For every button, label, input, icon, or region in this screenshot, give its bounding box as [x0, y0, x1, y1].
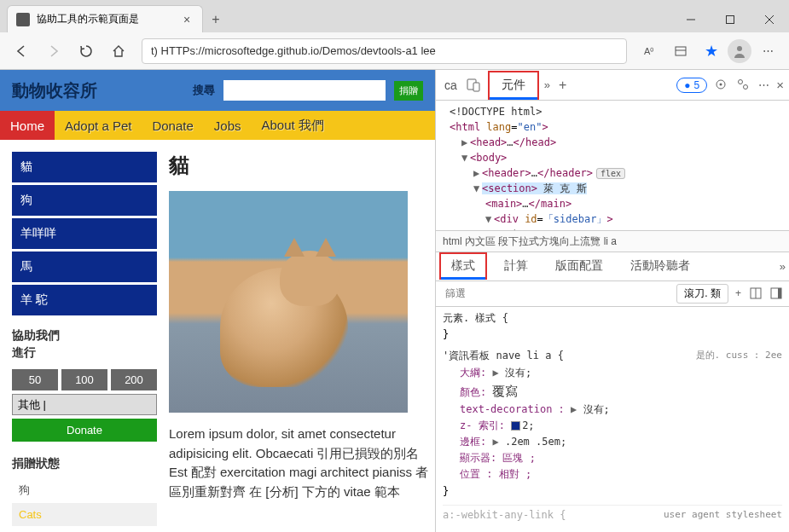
- svg-point-13: [744, 84, 748, 89]
- nav-adopt[interactable]: Adopt a Pet: [55, 111, 142, 140]
- sidebar-link-dogs[interactable]: 狗: [12, 185, 157, 216]
- devtools-close-icon[interactable]: ×: [776, 78, 784, 92]
- refresh-button[interactable]: [72, 37, 101, 66]
- tab-listeners[interactable]: 活動聆聽者: [620, 254, 700, 278]
- search-input[interactable]: [223, 80, 386, 101]
- amount-200[interactable]: 200: [111, 369, 157, 390]
- tab-layout[interactable]: 版面配置: [545, 254, 613, 278]
- toggle-sidebar-icon[interactable]: [770, 287, 782, 299]
- tab-favicon: [16, 13, 30, 26]
- donate-button-small[interactable]: 捐贈: [394, 81, 423, 101]
- styles-filter-bar: 滾刀. 類 +: [436, 281, 789, 307]
- browser-tab[interactable]: 協助工具的示範頁面是 ×: [7, 5, 203, 32]
- devtools-tabs: ca 元件 » + ● 5 ⋯ ×: [436, 70, 789, 101]
- nav-home[interactable]: Home: [0, 111, 55, 140]
- sidebar-link-sheep[interactable]: 羊咩咩: [12, 218, 157, 249]
- close-window-button[interactable]: [750, 7, 789, 32]
- styles-pane[interactable]: 元素. 樣式 {} 是的. cuss : 2ee '資訊看板 nave li a…: [436, 307, 789, 532]
- page-sidebar: 貓 狗 羊咩咩 馬 羊 駝 協助我們 進行 50 100 200 Donate …: [12, 152, 157, 526]
- favorite-star-icon[interactable]: ★: [697, 37, 726, 66]
- back-button[interactable]: [7, 37, 36, 66]
- main-text: Lorem ipsum dolor, sit amet consectetur …: [169, 425, 432, 501]
- tab-close-icon[interactable]: ×: [180, 13, 194, 26]
- sidebar-link-cats[interactable]: 貓: [12, 152, 157, 182]
- help-heading: 協助我們 進行: [12, 327, 157, 361]
- nav-donate[interactable]: Donate: [142, 111, 203, 140]
- svg-rect-5: [676, 47, 686, 55]
- read-aloud-icon[interactable]: A⁰: [635, 37, 664, 66]
- sidebar-link-horse[interactable]: 馬: [12, 252, 157, 282]
- nav-about[interactable]: About 我們: [251, 111, 334, 140]
- page-title: 貓: [169, 152, 432, 179]
- hover-toggle[interactable]: 滾刀. 類: [676, 284, 728, 304]
- profile-avatar[interactable]: [728, 39, 751, 63]
- svg-point-11: [720, 83, 722, 85]
- amount-other-input[interactable]: [12, 394, 157, 415]
- home-button[interactable]: [104, 37, 133, 66]
- forward-button[interactable]: [39, 37, 68, 66]
- issues-badge[interactable]: ● 5: [676, 78, 707, 93]
- new-rule-icon[interactable]: +: [735, 287, 741, 299]
- devtools-more-icon[interactable]: ⋯: [758, 78, 769, 91]
- new-tab-button[interactable]: +: [203, 7, 229, 32]
- customize-icon[interactable]: [736, 78, 751, 93]
- breadcrumb[interactable]: html 內文區 段下拉式方塊向上流覽 li a: [436, 230, 789, 252]
- svg-rect-1: [727, 16, 734, 24]
- tab-styles[interactable]: 樣式: [439, 252, 487, 280]
- donation-status-heading: 捐贈狀態: [12, 455, 157, 472]
- devtools-panel: ca 元件 » + ● 5 ⋯ × <!DOCTYPE html> <html …: [435, 70, 789, 532]
- styles-overflow-icon[interactable]: »: [780, 260, 786, 273]
- url-bar[interactable]: t) HTTPs://microsoftedge.github.io/Demos…: [142, 38, 627, 64]
- search-label: 搜尋: [193, 83, 215, 98]
- svg-point-7: [737, 46, 742, 51]
- sidebar-link-alpaca[interactable]: 羊 駝: [12, 285, 157, 315]
- main-nav: Home Adopt a Pet Donate Jobs About 我們: [0, 111, 435, 140]
- collections-icon[interactable]: [666, 37, 695, 66]
- dom-tree[interactable]: <!DOCTYPE html> <html lang="en"> ▶<head>…: [436, 101, 789, 230]
- main-column: 貓 Lorem ipsum dolor, sit amet consectetu…: [169, 152, 432, 526]
- nav-jobs[interactable]: Jobs: [204, 111, 252, 140]
- page-viewport: 動物收容所 搜尋 捐贈 Home Adopt a Pet Donate Jobs…: [0, 70, 435, 532]
- svg-point-12: [739, 79, 743, 84]
- page-header: 動物收容所 搜尋 捐贈: [0, 70, 435, 111]
- site-logo: 動物收容所: [12, 79, 97, 102]
- tab-elements[interactable]: 元件: [488, 71, 539, 100]
- url-text: t) HTTPs://microsoftedge.github.io/Demos…: [151, 44, 436, 57]
- tab-computed[interactable]: 計算: [494, 254, 538, 278]
- donate-button-large[interactable]: Donate: [12, 419, 157, 442]
- tabs-overflow-icon[interactable]: »: [544, 78, 550, 91]
- svg-rect-9: [473, 83, 479, 91]
- styles-tabs: 樣式 計算 版面配置 活動聆聽者 »: [436, 252, 789, 281]
- toolbar: t) HTTPs://microsoftedge.github.io/Demos…: [0, 32, 789, 70]
- titlebar: 協助工具的示範頁面是 × +: [0, 0, 789, 32]
- window-controls: [671, 7, 789, 32]
- device-toggle-icon[interactable]: [466, 77, 483, 94]
- add-tab-icon[interactable]: +: [555, 78, 570, 93]
- more-menu-icon[interactable]: ⋯: [753, 37, 782, 66]
- settings-gear-icon[interactable]: [714, 78, 729, 93]
- minimize-button[interactable]: [671, 7, 711, 32]
- maximize-button[interactable]: [711, 7, 750, 32]
- flexbox-editor-icon[interactable]: [750, 287, 762, 299]
- amount-100[interactable]: 100: [61, 369, 107, 390]
- status-item-cats[interactable]: Cats: [12, 503, 157, 526]
- devtools-prefix: ca: [441, 78, 461, 92]
- cat-image: [169, 191, 408, 413]
- svg-text:A⁰: A⁰: [644, 46, 654, 56]
- status-item-dogs[interactable]: 狗: [12, 477, 157, 503]
- amount-50[interactable]: 50: [12, 369, 58, 390]
- tab-title: 協助工具的示範頁面是: [37, 12, 173, 26]
- svg-rect-17: [778, 288, 781, 298]
- styles-filter-input[interactable]: [443, 285, 670, 302]
